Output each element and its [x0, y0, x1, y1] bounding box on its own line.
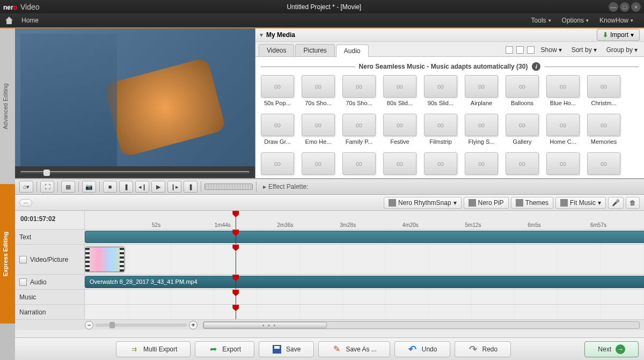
playhead[interactable]	[236, 211, 236, 229]
tab-advanced-editing[interactable]: Advanced Editing	[0, 28, 15, 184]
save-button[interactable]: Save	[259, 341, 314, 357]
show-dropdown[interactable]: Show▾	[538, 45, 565, 55]
stop-button[interactable]: ■	[103, 181, 117, 193]
next-frame-button[interactable]: ❚	[184, 181, 197, 193]
info-icon[interactable]: i	[532, 62, 540, 71]
media-item[interactable]: ∞Blue Ho...	[546, 75, 580, 106]
media-item[interactable]: ∞Memories	[587, 114, 620, 145]
music-icon: ∞	[424, 152, 457, 175]
media-item[interactable]: ∞Filmstrip	[424, 114, 457, 145]
media-item[interactable]: ∞	[465, 152, 498, 175]
audio-clip[interactable]: Overwatch 8_28_2017 3_43_41 PM.mp4	[85, 276, 644, 288]
media-item[interactable]: ∞50s Pop...	[261, 75, 294, 106]
media-tab-videos[interactable]: Videos	[259, 44, 294, 56]
media-item[interactable]: ∞Home C...	[546, 114, 580, 145]
maximize-button[interactable]: □	[620, 2, 630, 12]
grid-button[interactable]: ▦	[61, 181, 75, 193]
media-item[interactable]: ∞70s Sho...	[302, 75, 335, 106]
video-clip[interactable]	[85, 247, 125, 272]
sort-dropdown[interactable]: Sort by▾	[568, 45, 600, 55]
media-item-label: Blue Ho...	[546, 100, 580, 106]
knowhow-menu[interactable]: KnowHow▾	[594, 14, 639, 26]
import-button[interactable]: ⬇ Import ▾	[597, 29, 640, 41]
home-menu[interactable]: Home	[16, 14, 44, 26]
delete-button[interactable]: 🗑	[626, 197, 640, 209]
media-item[interactable]: ∞	[506, 152, 539, 175]
media-panel: ▾ My Media ⬇ Import ▾ Videos Pictures Au…	[255, 28, 644, 178]
fitmusic-button[interactable]: Fit Music▾	[555, 197, 606, 209]
group-dropdown[interactable]: Group by▾	[603, 45, 641, 55]
music-icon: ∞	[506, 152, 539, 175]
text-clip[interactable]	[85, 231, 644, 243]
view-detail-icon[interactable]	[527, 46, 535, 54]
themes-button[interactable]: Themes	[511, 197, 553, 209]
media-item[interactable]: ∞Balloons	[506, 75, 539, 106]
media-item[interactable]: ∞	[302, 152, 335, 175]
record-voice-button[interactable]: 🎤	[608, 197, 624, 209]
tab-express-editing[interactable]: Express Editing	[0, 184, 15, 324]
media-item[interactable]: ∞80s Slid...	[383, 75, 416, 106]
preview-scrubber[interactable]	[15, 166, 255, 178]
timeline-scrollbar[interactable]: • • •	[203, 321, 640, 329]
video-preview[interactable]	[15, 28, 255, 166]
transport-bar: ⌂▾ ⛶ ▦ 📷 ■ ❚ ◂❙ ▶ ❙▸ ❚ ▸ Effect Pal	[15, 179, 644, 195]
media-tab-audio[interactable]: Audio	[336, 45, 369, 57]
step-back-button[interactable]: ◂❙	[135, 181, 149, 193]
media-item[interactable]: ∞90s Slid...	[424, 75, 457, 106]
fullscreen-button[interactable]: ⛶	[40, 181, 54, 193]
tools-menu[interactable]: Tools▾	[526, 14, 557, 26]
pip-button[interactable]: Nero PiP	[464, 197, 509, 209]
media-item[interactable]: ∞	[587, 152, 620, 175]
track-toggle[interactable]	[19, 256, 27, 263]
media-item[interactable]: ∞Gallery	[506, 114, 539, 145]
media-item[interactable]: ∞Christm...	[587, 75, 620, 106]
media-item-label: Emo He...	[302, 138, 335, 145]
play-button[interactable]: ▶	[151, 181, 165, 193]
monitor-button[interactable]: ⌂▾	[19, 181, 33, 193]
save-as-button[interactable]: ✎ Save As ...	[318, 341, 390, 357]
media-item[interactable]: ∞	[546, 152, 580, 175]
expand-icon[interactable]: ▾	[260, 31, 263, 39]
music-icon: ∞	[546, 152, 580, 175]
close-button[interactable]: ×	[631, 2, 641, 12]
options-menu[interactable]: Options▾	[557, 14, 594, 26]
zoom-slider[interactable]	[96, 324, 187, 327]
next-button[interactable]: Next →	[584, 341, 639, 357]
undo-button[interactable]: ↶ Undo	[394, 341, 451, 357]
media-item[interactable]: ∞Airplane	[465, 75, 498, 106]
expand-icon[interactable]: ▸	[263, 183, 266, 190]
rhythmsnap-button[interactable]: Nero RhythmSnap▾	[384, 197, 462, 209]
view-list-icon[interactable]	[516, 46, 524, 54]
track-music: Music	[15, 289, 644, 304]
export-button[interactable]: ➦ Export	[195, 341, 254, 357]
media-item[interactable]: ∞Emo He...	[302, 114, 335, 145]
step-fwd-button[interactable]: ❙▸	[167, 181, 181, 193]
media-item[interactable]: ∞Draw Gr...	[261, 114, 294, 145]
scrub-knob[interactable]	[43, 170, 50, 176]
zoom-in-button[interactable]: +	[189, 321, 197, 329]
prev-frame-button[interactable]: ❚	[119, 181, 133, 193]
media-item[interactable]: ∞Flying S...	[465, 114, 498, 145]
media-item[interactable]: ∞	[383, 152, 416, 175]
media-item[interactable]: ∞Family P...	[342, 114, 376, 145]
media-item[interactable]: ∞Festive	[383, 114, 416, 145]
media-tab-pictures[interactable]: Pictures	[295, 44, 334, 56]
zoom-out-button[interactable]: −	[85, 321, 93, 329]
minimize-button[interactable]: —	[609, 2, 618, 12]
track-toggle[interactable]	[19, 278, 27, 286]
jog-slider[interactable]	[204, 183, 253, 190]
expand-tracks-button[interactable]: ︿	[19, 199, 32, 207]
track-narration: Narration	[15, 304, 644, 319]
music-icon: ∞	[587, 114, 620, 136]
multi-export-button[interactable]: ⇉ Multi Export	[116, 341, 191, 357]
snapshot-button[interactable]: 📷	[82, 181, 96, 193]
media-item[interactable]: ∞70s Sho...	[342, 75, 376, 106]
media-item[interactable]: ∞	[261, 152, 294, 175]
view-grid-icon[interactable]	[506, 46, 513, 54]
music-icon: ∞	[587, 75, 620, 98]
redo-button[interactable]: ↷ Redo	[455, 341, 511, 357]
multi-export-icon: ⇉	[129, 344, 139, 354]
timeline-ruler[interactable]: 52s1m44s2m36s3m28s4m20s5m12s6m5s6m57s7m4…	[85, 211, 644, 229]
media-item[interactable]: ∞	[342, 152, 376, 175]
media-item[interactable]: ∞	[424, 152, 457, 175]
